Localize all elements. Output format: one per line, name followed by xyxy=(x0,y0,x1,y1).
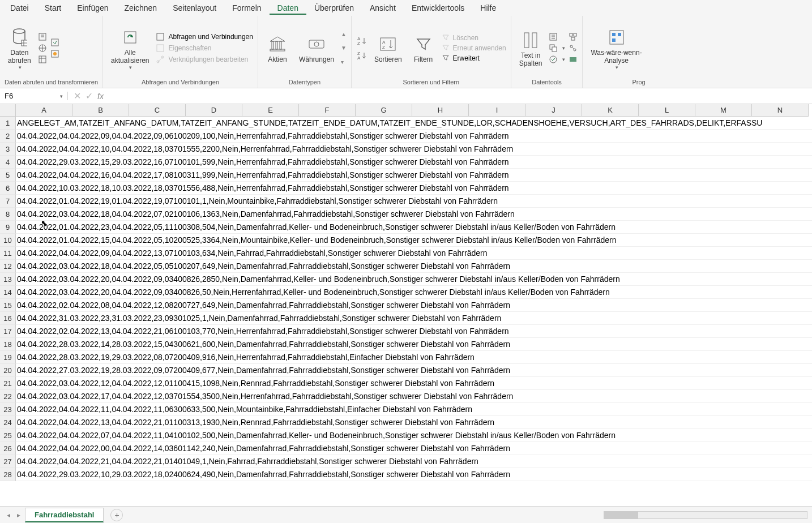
sort-button[interactable]: AZ Sortieren xyxy=(371,32,405,65)
cell-a23[interactable]: 04.04.2022,04.04.2022,11,04.04.2022,11,0… xyxy=(16,403,812,416)
sheet-nav-prev[interactable]: ◂ xyxy=(5,511,12,519)
cell-a6[interactable]: 04.04.2022,10.03.2022,18,10.03.2022,18,0… xyxy=(16,182,812,195)
column-header-K[interactable]: K xyxy=(582,104,639,117)
cell-a18[interactable]: 04.04.2022,28.03.2022,14,28.03.2022,15,0… xyxy=(16,338,812,351)
menu-item-start[interactable]: Start xyxy=(37,1,70,15)
cell-a7[interactable]: 04.04.2022,01.04.2022,19,01.04.2022,19,0… xyxy=(16,195,812,208)
cell-a10[interactable]: 04.04.2022,01.04.2022,15,04.04.2022,05,1… xyxy=(16,234,812,247)
cell-a1[interactable]: ANGELEGT_AM,TATZEIT_ANFANG_DATUM,TATZEIT… xyxy=(16,117,812,130)
menu-item-formeln[interactable]: Formeln xyxy=(224,1,269,15)
menu-item-seitenlayout[interactable]: Seitenlayout xyxy=(165,1,224,15)
column-header-J[interactable]: J xyxy=(525,104,582,117)
currencies-button[interactable]: Währungen xyxy=(296,32,337,65)
row-header-6[interactable]: 6 xyxy=(0,182,16,195)
menu-item-hilfe[interactable]: Hilfe xyxy=(472,1,504,15)
column-header-L[interactable]: L xyxy=(639,104,695,117)
advanced-filter-button[interactable]: Erweitert xyxy=(442,54,506,62)
cell-a5[interactable]: 04.04.2022,04.04.2022,16,04.04.2022,17,0… xyxy=(16,169,812,182)
existing-connections-button[interactable] xyxy=(50,49,59,58)
consolidate-button[interactable] xyxy=(569,32,578,41)
row-header-7[interactable]: 7 xyxy=(0,195,16,208)
row-header-25[interactable]: 25 xyxy=(0,429,16,442)
confirm-icon[interactable]: ✓ xyxy=(86,91,93,101)
from-web-button[interactable] xyxy=(38,44,47,53)
menu-item-entwicklertools[interactable]: Entwicklertools xyxy=(404,1,472,15)
cell-a3[interactable]: 04.04.2022,04.04.2022,10,04.04.2022,18,0… xyxy=(16,143,812,156)
column-header-F[interactable]: F xyxy=(299,104,356,117)
cancel-icon[interactable]: ✕ xyxy=(74,91,81,101)
remove-duplicates-button[interactable]: ▾ xyxy=(549,44,565,53)
column-header-A[interactable]: A xyxy=(16,104,72,117)
cell-a17[interactable]: 04.04.2022,02.04.2022,13,04.04.2022,21,0… xyxy=(16,325,812,338)
stocks-button[interactable]: Aktien xyxy=(263,32,292,65)
row-header-19[interactable]: 19 xyxy=(0,351,16,364)
cell-a12[interactable]: 04.04.2022,03.04.2022,18,04.04.2022,05,0… xyxy=(16,260,812,273)
from-text-csv-button[interactable] xyxy=(38,32,47,41)
sheet-tab-active[interactable]: Fahrraddiebstahl xyxy=(25,508,104,522)
name-box[interactable]: F6 ▾ xyxy=(0,92,68,100)
sheet-nav-next[interactable]: ▸ xyxy=(15,511,23,519)
row-header-12[interactable]: 12 xyxy=(0,260,16,273)
row-header-10[interactable]: 10 xyxy=(0,234,16,247)
row-header-1[interactable]: 1 xyxy=(0,117,16,130)
menu-item-ansicht[interactable]: Ansicht xyxy=(362,1,404,15)
row-header-18[interactable]: 18 xyxy=(0,338,16,351)
cell-a28[interactable]: 04.04.2022,29.03.2022,10,29.03.2022,18,0… xyxy=(16,468,812,481)
cell-a14[interactable]: 04.04.2022,03.04.2022,20,04.04.2022,09,0… xyxy=(16,286,812,299)
column-header-M[interactable]: M xyxy=(695,104,752,117)
row-header-14[interactable]: 14 xyxy=(0,286,16,299)
cell-a8[interactable]: 04.04.2022,03.04.2022,18,04.04.2022,07,0… xyxy=(16,208,812,221)
sort-desc-button[interactable]: ZA xyxy=(356,50,367,61)
column-header-E[interactable]: E xyxy=(242,104,299,117)
row-header-16[interactable]: 16 xyxy=(0,312,16,325)
row-header-4[interactable]: 4 xyxy=(0,156,16,169)
fx-icon[interactable]: fx xyxy=(97,92,104,101)
column-header-H[interactable]: H xyxy=(412,104,469,117)
chevron-down-icon[interactable]: ▾ xyxy=(60,93,63,99)
cell-a16[interactable]: 04.04.2022,31.03.2022,23,31.03.2022,23,0… xyxy=(16,312,812,325)
spreadsheet-grid[interactable]: ABCDEFGHIJKLMN 1ANGELEGT_AM,TATZEIT_ANFA… xyxy=(0,104,812,506)
cell-a11[interactable]: 04.04.2022,04.04.2022,09,04.04.2022,13,0… xyxy=(16,247,812,260)
row-header-15[interactable]: 15 xyxy=(0,299,16,312)
menu-item-daten[interactable]: Daten xyxy=(270,1,306,15)
what-if-analysis-button[interactable]: Was-wäre-wenn- Analyse▾ xyxy=(587,25,645,71)
select-all-corner[interactable] xyxy=(0,104,16,117)
column-header-B[interactable]: B xyxy=(72,104,129,117)
cell-a26[interactable]: 04.04.2022,04.04.2022,00,04.04.2022,14,0… xyxy=(16,442,812,455)
cell-a27[interactable]: 04.04.2022,04.04.2022,21,04.04.2022,21,0… xyxy=(16,455,812,468)
cell-a21[interactable]: 04.04.2022,03.04.2022,12,04.04.2022,12,0… xyxy=(16,377,812,390)
column-header-I[interactable]: I xyxy=(469,104,525,117)
column-header-G[interactable]: G xyxy=(356,104,412,117)
scrollbar-thumb[interactable] xyxy=(604,512,638,518)
cell-a4[interactable]: 04.04.2022,29.03.2022,15,29.03.2022,16,0… xyxy=(16,156,812,169)
row-header-23[interactable]: 23 xyxy=(0,403,16,416)
row-header-5[interactable]: 5 xyxy=(0,169,16,182)
scroll-down-icon[interactable]: ▼ xyxy=(341,45,347,51)
scroll-up-icon[interactable]: ▲ xyxy=(341,31,347,37)
flash-fill-button[interactable] xyxy=(549,32,565,41)
row-header-2[interactable]: 2 xyxy=(0,130,16,143)
sort-asc-button[interactable]: AZ xyxy=(356,36,367,46)
recent-sources-button[interactable] xyxy=(50,38,59,47)
add-sheet-button[interactable]: + xyxy=(110,509,123,521)
row-header-20[interactable]: 20 xyxy=(0,364,16,377)
from-table-button[interactable] xyxy=(38,55,47,64)
filter-button[interactable]: Filtern xyxy=(409,32,438,65)
data-validation-button[interactable]: ▾ xyxy=(549,55,565,64)
refresh-all-button[interactable]: Alle aktualisieren▾ xyxy=(108,25,152,71)
cell-a24[interactable]: 04.04.2022,04.04.2022,13,04.04.2022,21,0… xyxy=(16,416,812,429)
row-header-24[interactable]: 24 xyxy=(0,416,16,429)
row-header-9[interactable]: 9 xyxy=(0,221,16,234)
manage-data-model-button[interactable] xyxy=(569,55,578,64)
row-header-17[interactable]: 17 xyxy=(0,325,16,338)
row-header-27[interactable]: 27 xyxy=(0,455,16,468)
row-header-28[interactable]: 28 xyxy=(0,468,16,481)
cell-a19[interactable]: 04.04.2022,28.03.2022,19,29.03.2022,08,0… xyxy=(16,351,812,364)
row-header-11[interactable]: 11 xyxy=(0,247,16,260)
queries-connections-button[interactable]: Abfragen und Verbindungen xyxy=(156,32,253,41)
cell-a25[interactable]: 04.04.2022,04.04.2022,07,04.04.2022,11,0… xyxy=(16,429,812,442)
row-header-8[interactable]: 8 xyxy=(0,208,16,221)
menu-item-zeichnen[interactable]: Zeichnen xyxy=(117,1,165,15)
row-header-3[interactable]: 3 xyxy=(0,143,16,156)
menu-item-einfügen[interactable]: Einfügen xyxy=(69,1,116,15)
